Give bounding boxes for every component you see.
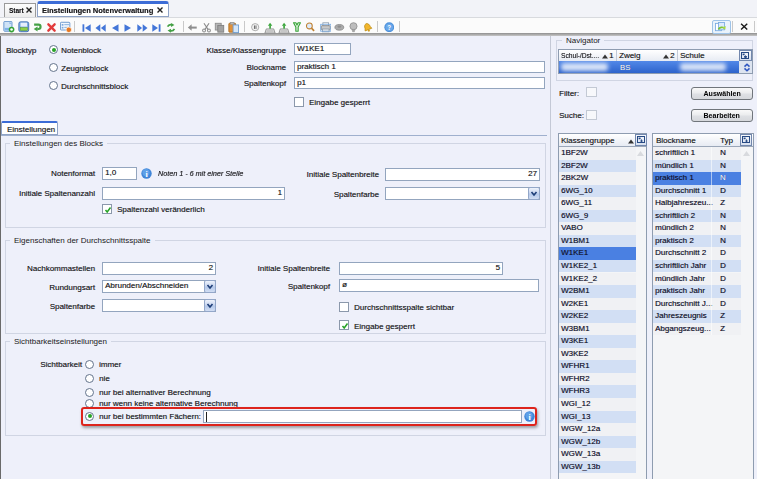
svg-text:?: ? [387, 23, 391, 30]
